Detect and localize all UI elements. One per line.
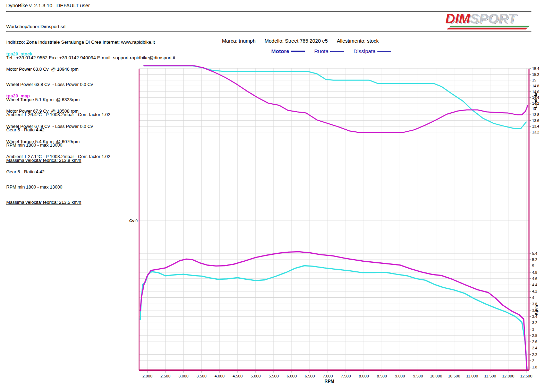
torque-tick-label: 5.2	[532, 258, 537, 262]
chart-gridlines	[139, 68, 529, 370]
lambda-tick-label: 15	[532, 78, 536, 82]
x-tick-label: 10.000	[430, 374, 442, 378]
x-tick-label: 8.500	[377, 374, 387, 378]
x-tick-label: 7.500	[341, 374, 351, 378]
lambda-tick-label: 15.2	[532, 72, 539, 77]
x-tick-label: 12.500	[520, 374, 532, 378]
torque-tick-label: 5	[532, 264, 534, 268]
curve-tps20_stock_torque	[140, 266, 527, 370]
torque-tick-label: 2	[532, 359, 534, 363]
curve-tps20_stock_lambda	[144, 66, 526, 129]
torque-tick-label: 4.4	[532, 283, 537, 287]
x-tick-label: 11.500	[484, 374, 496, 378]
chart-borders	[139, 69, 529, 370]
torque-tick-label: 4.8	[532, 270, 537, 275]
lambda-tick-label: 13.4	[532, 124, 539, 128]
lambda-tick-label: 13.8	[532, 113, 539, 117]
x-tick-label: 5.000	[251, 374, 261, 378]
x-tick-label: 7.000	[323, 374, 333, 378]
torque-tick-label: 4.2	[532, 289, 537, 293]
lambda-tick-label: 15.4	[532, 67, 539, 71]
x-axis-title: RPM	[325, 379, 334, 384]
torque-tick-label: 2.4	[532, 346, 537, 350]
torque-tick-label: 2.6	[532, 340, 537, 344]
x-tick-label: 9.500	[413, 374, 423, 378]
torque-tick-label: 5.4	[532, 251, 537, 255]
chart-curves	[140, 66, 528, 370]
torque-tick-label: 4	[532, 296, 534, 300]
x-tick-label: 12.000	[502, 374, 514, 378]
x-tick-label: 2.000	[143, 374, 153, 378]
x-tick-label: 6.000	[287, 374, 297, 378]
x-tick-label: 10.500	[448, 374, 460, 378]
torque-axis-labels: 5.45.254.84.64.44.243.83.63.43.232.82.62…	[530, 251, 539, 369]
x-tick-label: 6.500	[305, 374, 315, 378]
lambda-tick-label: 13.2	[532, 130, 539, 134]
torque-axis-title: Kg·m	[534, 305, 538, 315]
x-tick-label: 4.500	[233, 374, 243, 378]
lambda-axis-labels: 15.415.21514.814.614.414.21413.813.613.4…	[530, 67, 539, 134]
cv-axis-label: Cv 0	[129, 219, 138, 223]
dyno-chart: 2.0002.5003.0003.5004.0004.5005.0005.500…	[0, 0, 555, 392]
lambda-tick-label: 13.6	[532, 119, 539, 123]
torque-tick-label: 1.8	[532, 365, 537, 369]
torque-tick-label: 3	[532, 327, 534, 331]
x-tick-label: 3.500	[197, 374, 207, 378]
x-tick-label: 3.000	[179, 374, 189, 378]
lambda-tick-label: 14.8	[532, 84, 539, 88]
x-tick-label: 2.500	[161, 374, 171, 378]
torque-tick-label: 4.6	[532, 277, 537, 281]
dynobike-report-page: DynoBike v. 2.1.3.10 DEFAULT user Worksh…	[0, 0, 555, 392]
lambda-axis-title: Lambda	[533, 93, 538, 108]
x-tick-label: 4.000	[215, 374, 225, 378]
x-tick-label: 11.000	[466, 374, 478, 378]
x-axis-labels: 2.0002.5003.0003.5004.0004.5005.0005.500…	[143, 371, 532, 384]
torque-tick-label: 2.2	[532, 352, 537, 357]
x-tick-label: 8.000	[359, 374, 369, 378]
torque-tick-label: 2.8	[532, 333, 537, 338]
x-tick-label: 5.500	[269, 374, 279, 378]
x-tick-label: 9.000	[395, 374, 405, 378]
torque-tick-label: 3.2	[532, 321, 537, 325]
